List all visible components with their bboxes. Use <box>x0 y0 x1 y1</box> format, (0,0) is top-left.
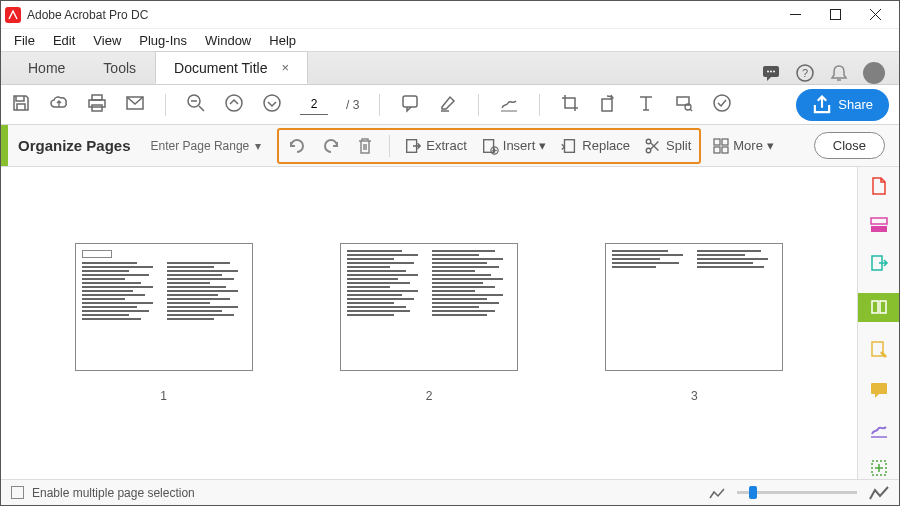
page-number-input[interactable] <box>300 95 328 115</box>
close-tab-icon[interactable]: × <box>281 60 289 75</box>
svg-rect-14 <box>92 105 102 111</box>
menu-view[interactable]: View <box>84 31 130 50</box>
acrobat-icon <box>5 7 21 23</box>
main-toolbar: / 3 Share <box>1 85 899 125</box>
svg-rect-30 <box>483 139 493 152</box>
extract-button[interactable]: Extract <box>404 137 466 155</box>
speech-icon[interactable] <box>761 63 781 83</box>
tab-home[interactable]: Home <box>9 51 84 84</box>
svg-rect-34 <box>565 139 575 152</box>
svg-text:?: ? <box>802 67 808 79</box>
svg-rect-39 <box>714 147 720 153</box>
tab-tools[interactable]: Tools <box>84 51 155 84</box>
sign-icon[interactable] <box>499 93 519 117</box>
svg-point-7 <box>770 71 772 73</box>
svg-rect-37 <box>714 139 720 145</box>
maximize-button[interactable] <box>815 1 855 29</box>
save-icon[interactable] <box>11 93 31 117</box>
svg-rect-2 <box>830 10 840 20</box>
checkmark-icon[interactable] <box>712 93 732 117</box>
highlight-icon[interactable] <box>438 93 458 117</box>
combine-icon[interactable] <box>867 214 891 235</box>
zoom-control[interactable] <box>709 486 889 500</box>
replace-button[interactable]: Replace <box>560 137 630 155</box>
sticky-note-icon[interactable] <box>400 93 420 117</box>
page-range-dropdown[interactable]: Enter Page Range▾ <box>151 139 262 153</box>
more-dropdown[interactable]: More ▾ <box>713 138 774 154</box>
page-down-icon[interactable] <box>262 93 282 117</box>
menu-file[interactable]: File <box>5 31 44 50</box>
tab-document[interactable]: Document Title× <box>155 51 308 84</box>
svg-line-27 <box>690 109 692 111</box>
avatar[interactable] <box>863 62 885 84</box>
svg-point-28 <box>714 95 730 111</box>
chevron-down-icon: ▾ <box>539 138 546 153</box>
help-icon[interactable]: ? <box>795 63 815 83</box>
separator <box>478 94 479 116</box>
separator <box>379 94 380 116</box>
svg-rect-42 <box>871 226 887 232</box>
comment-icon[interactable] <box>867 379 891 400</box>
rotate-right-button[interactable] <box>321 136 341 156</box>
menu-help[interactable]: Help <box>260 31 305 50</box>
page-thumbnail[interactable]: for(var i=0;i<1;i++){} 1 <box>75 243 253 403</box>
text-tool-icon[interactable] <box>636 93 656 117</box>
menu-bar: File Edit View Plug-Ins Window Help <box>1 29 899 51</box>
page-total: / 3 <box>346 98 359 112</box>
organize-pages-icon[interactable] <box>858 293 900 321</box>
page-number-label: 3 <box>691 389 698 403</box>
page-number-label: 1 <box>160 389 167 403</box>
app-title: Adobe Acrobat Pro DC <box>27 8 148 22</box>
separator <box>539 94 540 116</box>
svg-rect-21 <box>403 96 417 107</box>
more-tools-icon[interactable] <box>867 458 891 479</box>
svg-rect-38 <box>722 139 728 145</box>
cloud-icon[interactable] <box>49 93 69 117</box>
crop-icon[interactable] <box>560 93 580 117</box>
svg-rect-24 <box>602 99 612 111</box>
page-number-label: 2 <box>426 389 433 403</box>
delete-button[interactable] <box>355 136 375 156</box>
print-icon[interactable] <box>87 93 107 117</box>
menu-window[interactable]: Window <box>196 31 260 50</box>
bell-icon[interactable] <box>829 63 849 83</box>
svg-rect-0 <box>5 7 21 23</box>
svg-rect-45 <box>880 301 886 313</box>
svg-point-8 <box>773 71 775 73</box>
edit-pdf-icon[interactable] <box>867 340 891 361</box>
status-bar: Enable multiple page selection <box>1 479 899 505</box>
multi-select-checkbox[interactable] <box>11 486 24 499</box>
multi-select-label: Enable multiple page selection <box>32 486 195 500</box>
svg-point-19 <box>226 95 242 111</box>
page-thumbnail[interactable]: 2 <box>340 243 518 403</box>
chevron-down-icon: ▾ <box>767 138 774 153</box>
close-window-button[interactable] <box>855 1 895 29</box>
share-button[interactable]: Share <box>796 89 889 121</box>
accent-bar <box>1 125 8 166</box>
page-thumbnail[interactable]: 3 <box>605 243 783 403</box>
chevron-down-icon: ▾ <box>255 139 261 153</box>
separator <box>165 94 166 116</box>
menu-edit[interactable]: Edit <box>44 31 84 50</box>
email-icon[interactable] <box>125 93 145 117</box>
page-up-icon[interactable] <box>224 93 244 117</box>
find-icon[interactable] <box>674 93 694 117</box>
tools-rail <box>857 167 899 479</box>
organize-title: Organize Pages <box>18 137 131 154</box>
svg-rect-41 <box>871 218 887 224</box>
rotate-left-button[interactable] <box>287 136 307 156</box>
insert-dropdown[interactable]: Insert ▾ <box>481 137 547 155</box>
svg-point-20 <box>264 95 280 111</box>
split-button[interactable]: Split <box>644 137 691 155</box>
close-panel-button[interactable]: Close <box>814 132 885 159</box>
fill-sign-icon[interactable] <box>867 418 891 439</box>
export-icon[interactable] <box>867 254 891 275</box>
zoom-slider[interactable] <box>737 491 857 494</box>
menu-plugins[interactable]: Plug-Ins <box>130 31 196 50</box>
minimize-button[interactable] <box>775 1 815 29</box>
create-pdf-icon[interactable] <box>867 175 891 196</box>
rotate-page-icon[interactable] <box>598 93 618 117</box>
zoom-large-icon <box>869 486 889 500</box>
organize-actions-group: Extract Insert ▾ Replace Split <box>277 128 701 164</box>
zoom-out-icon[interactable] <box>186 93 206 117</box>
